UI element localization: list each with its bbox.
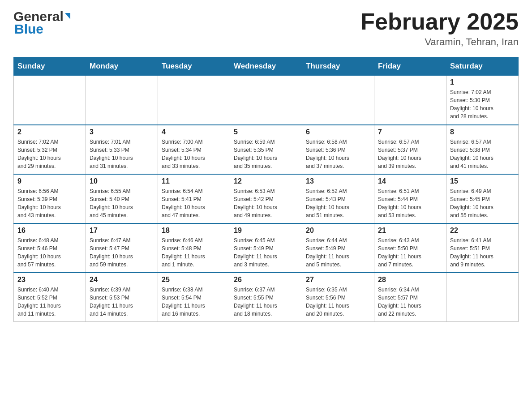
calendar-cell: 12Sunrise: 6:53 AM Sunset: 5:42 PM Dayli…	[230, 174, 302, 223]
calendar-cell: 14Sunrise: 6:51 AM Sunset: 5:44 PM Dayli…	[374, 174, 446, 223]
day-info: Sunrise: 7:01 AM Sunset: 5:33 PM Dayligh…	[90, 138, 154, 170]
calendar-cell: 2Sunrise: 7:02 AM Sunset: 5:32 PM Daylig…	[14, 125, 86, 174]
day-info: Sunrise: 6:40 AM Sunset: 5:52 PM Dayligh…	[17, 286, 82, 318]
calendar-cell: 9Sunrise: 6:56 AM Sunset: 5:39 PM Daylig…	[14, 174, 86, 223]
day-number: 4	[162, 128, 226, 136]
day-info: Sunrise: 6:47 AM Sunset: 5:47 PM Dayligh…	[90, 236, 154, 269]
day-number: 20	[306, 227, 370, 235]
title-block: February 2025 Varamin, Tehran, Iran	[360, 9, 519, 48]
day-info: Sunrise: 6:56 AM Sunset: 5:39 PM Dayligh…	[17, 187, 82, 219]
day-info: Sunrise: 6:39 AM Sunset: 5:53 PM Dayligh…	[90, 286, 154, 318]
calendar-week-row: 16Sunrise: 6:48 AM Sunset: 5:46 PM Dayli…	[14, 223, 519, 273]
day-number: 24	[90, 276, 154, 284]
calendar-cell	[230, 76, 302, 125]
logo: General Blue	[13, 9, 70, 37]
day-info: Sunrise: 6:57 AM Sunset: 5:37 PM Dayligh…	[378, 138, 442, 170]
day-number: 15	[450, 177, 515, 185]
day-info: Sunrise: 6:45 AM Sunset: 5:49 PM Dayligh…	[234, 236, 298, 269]
day-info: Sunrise: 6:48 AM Sunset: 5:46 PM Dayligh…	[17, 236, 82, 269]
day-number: 18	[162, 227, 226, 235]
calendar-day-header: Wednesday	[230, 57, 302, 76]
day-number: 9	[17, 177, 82, 185]
calendar-cell: 8Sunrise: 6:57 AM Sunset: 5:38 PM Daylig…	[446, 125, 519, 174]
day-number: 21	[378, 227, 442, 235]
day-number: 11	[162, 177, 226, 185]
calendar-week-row: 2Sunrise: 7:02 AM Sunset: 5:32 PM Daylig…	[14, 125, 519, 174]
day-info: Sunrise: 6:46 AM Sunset: 5:48 PM Dayligh…	[162, 236, 226, 269]
calendar-day-header: Tuesday	[158, 57, 230, 76]
location-text: Varamin, Tehran, Iran	[360, 36, 519, 48]
calendar-cell: 1Sunrise: 7:02 AM Sunset: 5:30 PM Daylig…	[446, 76, 519, 125]
calendar-cell: 21Sunrise: 6:43 AM Sunset: 5:50 PM Dayli…	[374, 223, 446, 273]
day-number: 23	[17, 276, 82, 284]
day-number: 27	[306, 276, 370, 284]
calendar-cell: 17Sunrise: 6:47 AM Sunset: 5:47 PM Dayli…	[86, 223, 158, 273]
day-info: Sunrise: 6:35 AM Sunset: 5:56 PM Dayligh…	[306, 286, 370, 318]
calendar-cell	[158, 76, 230, 125]
calendar-cell: 10Sunrise: 6:55 AM Sunset: 5:40 PM Dayli…	[86, 174, 158, 223]
day-info: Sunrise: 6:49 AM Sunset: 5:45 PM Dayligh…	[450, 187, 515, 219]
day-number: 16	[17, 227, 82, 235]
day-info: Sunrise: 6:59 AM Sunset: 5:35 PM Dayligh…	[234, 138, 298, 170]
day-info: Sunrise: 6:41 AM Sunset: 5:51 PM Dayligh…	[450, 236, 515, 269]
day-number: 1	[450, 78, 515, 86]
day-info: Sunrise: 6:51 AM Sunset: 5:44 PM Dayligh…	[378, 187, 442, 219]
calendar-cell	[14, 76, 86, 125]
calendar-day-header: Monday	[86, 57, 158, 76]
day-number: 17	[90, 227, 154, 235]
calendar-week-row: 1Sunrise: 7:02 AM Sunset: 5:30 PM Daylig…	[14, 76, 519, 125]
calendar-cell: 27Sunrise: 6:35 AM Sunset: 5:56 PM Dayli…	[302, 273, 374, 322]
calendar-day-header: Sunday	[14, 57, 86, 76]
day-info: Sunrise: 6:54 AM Sunset: 5:41 PM Dayligh…	[162, 187, 226, 219]
day-info: Sunrise: 6:34 AM Sunset: 5:57 PM Dayligh…	[378, 286, 442, 318]
calendar-cell: 18Sunrise: 6:46 AM Sunset: 5:48 PM Dayli…	[158, 223, 230, 273]
day-number: 6	[306, 128, 370, 136]
day-info: Sunrise: 7:02 AM Sunset: 5:30 PM Dayligh…	[450, 88, 515, 120]
calendar-cell: 11Sunrise: 6:54 AM Sunset: 5:41 PM Dayli…	[158, 174, 230, 223]
day-number: 8	[450, 128, 515, 136]
calendar-cell: 26Sunrise: 6:37 AM Sunset: 5:55 PM Dayli…	[230, 273, 302, 322]
calendar-header-row: SundayMondayTuesdayWednesdayThursdayFrid…	[14, 57, 519, 76]
calendar-week-row: 23Sunrise: 6:40 AM Sunset: 5:52 PM Dayli…	[14, 273, 519, 322]
day-info: Sunrise: 6:43 AM Sunset: 5:50 PM Dayligh…	[378, 236, 442, 269]
calendar-cell: 16Sunrise: 6:48 AM Sunset: 5:46 PM Dayli…	[14, 223, 86, 273]
calendar-cell: 5Sunrise: 6:59 AM Sunset: 5:35 PM Daylig…	[230, 125, 302, 174]
day-info: Sunrise: 6:58 AM Sunset: 5:36 PM Dayligh…	[306, 138, 370, 170]
calendar-week-row: 9Sunrise: 6:56 AM Sunset: 5:39 PM Daylig…	[14, 174, 519, 223]
day-number: 22	[450, 227, 515, 235]
day-number: 5	[234, 128, 298, 136]
day-number: 3	[90, 128, 154, 136]
calendar-cell: 7Sunrise: 6:57 AM Sunset: 5:37 PM Daylig…	[374, 125, 446, 174]
calendar-cell: 6Sunrise: 6:58 AM Sunset: 5:36 PM Daylig…	[302, 125, 374, 174]
page-header: General Blue February 2025 Varamin, Tehr…	[13, 9, 519, 48]
month-title: February 2025	[360, 9, 519, 34]
calendar-day-header: Saturday	[446, 57, 519, 76]
day-info: Sunrise: 6:38 AM Sunset: 5:54 PM Dayligh…	[162, 286, 226, 318]
calendar-cell	[374, 76, 446, 125]
calendar-cell: 28Sunrise: 6:34 AM Sunset: 5:57 PM Dayli…	[374, 273, 446, 322]
calendar-cell	[86, 76, 158, 125]
calendar-cell	[446, 273, 519, 322]
day-info: Sunrise: 6:44 AM Sunset: 5:49 PM Dayligh…	[306, 236, 370, 269]
day-number: 7	[378, 128, 442, 136]
day-info: Sunrise: 6:55 AM Sunset: 5:40 PM Dayligh…	[90, 187, 154, 219]
day-info: Sunrise: 7:00 AM Sunset: 5:34 PM Dayligh…	[162, 138, 226, 170]
calendar-cell: 19Sunrise: 6:45 AM Sunset: 5:49 PM Dayli…	[230, 223, 302, 273]
day-number: 2	[17, 128, 82, 136]
day-info: Sunrise: 6:52 AM Sunset: 5:43 PM Dayligh…	[306, 187, 370, 219]
calendar-cell: 23Sunrise: 6:40 AM Sunset: 5:52 PM Dayli…	[14, 273, 86, 322]
calendar-day-header: Friday	[374, 57, 446, 76]
day-number: 19	[234, 227, 298, 235]
day-number: 14	[378, 177, 442, 185]
day-number: 25	[162, 276, 226, 284]
calendar-cell: 15Sunrise: 6:49 AM Sunset: 5:45 PM Dayli…	[446, 174, 519, 223]
calendar-cell: 3Sunrise: 7:01 AM Sunset: 5:33 PM Daylig…	[86, 125, 158, 174]
day-number: 28	[378, 276, 442, 284]
day-info: Sunrise: 6:57 AM Sunset: 5:38 PM Dayligh…	[450, 138, 515, 170]
day-number: 10	[90, 177, 154, 185]
logo-blue-text: Blue	[13, 21, 70, 37]
day-number: 13	[306, 177, 370, 185]
day-info: Sunrise: 7:02 AM Sunset: 5:32 PM Dayligh…	[17, 138, 82, 170]
calendar-cell: 13Sunrise: 6:52 AM Sunset: 5:43 PM Dayli…	[302, 174, 374, 223]
day-number: 26	[234, 276, 298, 284]
